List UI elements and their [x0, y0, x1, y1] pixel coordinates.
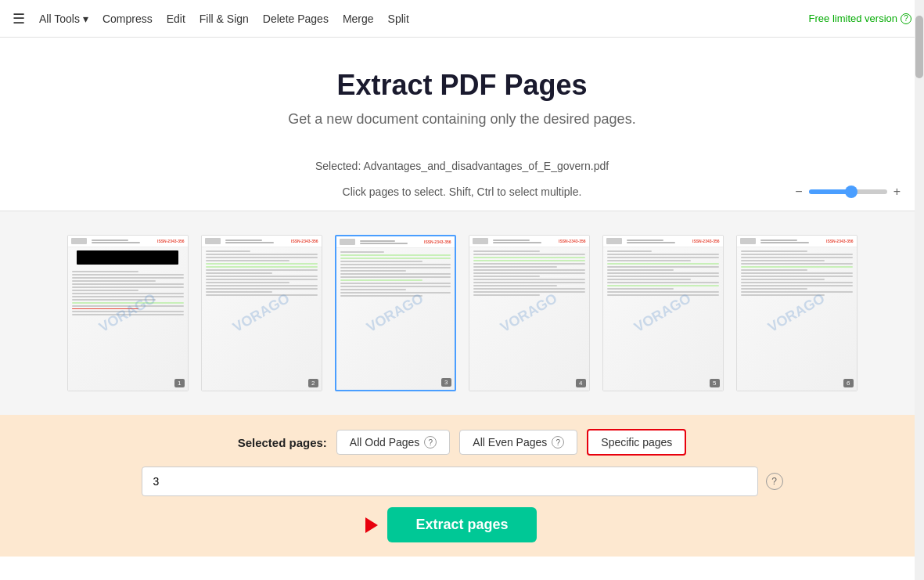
navbar: ☰ All Tools ▾ Compress Edit Fill & Sign …	[0, 0, 924, 38]
body-line	[206, 282, 289, 283]
sim-line	[760, 242, 810, 243]
page-content-2: ISSN-2343-356	[202, 236, 322, 391]
body-line	[206, 269, 318, 271]
body-line	[340, 276, 451, 278]
body-line	[206, 260, 289, 261]
body-line	[72, 286, 184, 288]
page-num-4: 4	[576, 379, 585, 387]
body-line	[206, 294, 318, 296]
page-body-5	[603, 247, 723, 391]
specific-pages-help-icon[interactable]: ?	[766, 473, 783, 490]
sim-line	[225, 240, 262, 241]
page-num-3: 3	[441, 378, 451, 387]
page-body-4	[469, 247, 589, 391]
nav-compress[interactable]: Compress	[102, 13, 153, 25]
sim-issn-6: ISSN-2343-356	[826, 239, 853, 243]
page-thumb-4[interactable]: ISSN-2343-356 VORAGO 4	[469, 235, 590, 391]
sim-logo-6	[740, 238, 756, 244]
all-odd-pages-help-icon[interactable]: ?	[424, 436, 437, 449]
body-line	[206, 257, 318, 258]
body-line	[72, 274, 184, 276]
body-line	[340, 292, 451, 294]
zoom-out-icon[interactable]: −	[795, 185, 802, 199]
page-num-5: 5	[710, 379, 719, 387]
body-line	[607, 294, 719, 296]
sim-line	[627, 242, 676, 243]
body-line	[206, 272, 273, 274]
nav-split[interactable]: Split	[388, 13, 409, 25]
body-line	[72, 277, 184, 279]
body-line	[72, 296, 184, 297]
page-thumb-5[interactable]: ISSN-2343-356 VORAGO 5	[602, 235, 724, 391]
body-line	[607, 257, 719, 258]
body-line	[473, 257, 585, 258]
body-line	[72, 280, 156, 282]
zoom-slider[interactable]	[809, 189, 887, 194]
body-line	[741, 279, 825, 280]
page-body-6	[737, 247, 857, 391]
body-line	[741, 263, 853, 265]
body-line	[340, 267, 451, 268]
page-thumb-1[interactable]: ISSN-2343-356 VORAGO 1	[67, 235, 189, 391]
page-header-2: ISSN-2343-356	[202, 236, 322, 247]
body-line	[473, 269, 585, 271]
all-even-pages-help-icon[interactable]: ?	[552, 436, 564, 449]
sim-logo-5	[606, 238, 622, 244]
all-tools-label: All Tools	[39, 13, 80, 25]
scrollbar-thumb[interactable]	[915, 16, 923, 78]
nav-merge[interactable]: Merge	[343, 13, 374, 25]
body-line	[340, 258, 451, 259]
nav-fill-sign[interactable]: Fill & Sign	[200, 13, 249, 25]
hamburger-icon[interactable]: ☰	[13, 10, 25, 27]
specific-input-row: ?	[142, 467, 783, 496]
all-odd-pages-button[interactable]: All Odd Pages ?	[336, 430, 451, 455]
body-line	[340, 295, 423, 297]
body-line	[72, 308, 139, 309]
body-line	[741, 266, 853, 268]
extract-pages-button[interactable]: Extract pages	[387, 507, 536, 542]
free-version-info-icon[interactable]: ?	[901, 13, 911, 24]
page-body-1	[68, 268, 188, 391]
sim-issn-1: ISSN-2343-356	[157, 239, 184, 243]
specific-pages-button[interactable]: Specific pages	[587, 429, 686, 456]
body-line	[72, 302, 184, 304]
body-line	[72, 271, 139, 272]
sim-title-6	[757, 240, 825, 243]
selected-pages-label: Selected pages:	[238, 436, 327, 449]
sim-issn-5: ISSN-2343-356	[692, 239, 719, 243]
page-content-1: ISSN-2343-356	[68, 236, 188, 391]
page-header-5: ISSN-2343-356	[603, 236, 723, 247]
scrollbar-track	[915, 0, 924, 557]
body-line	[473, 285, 557, 286]
all-even-pages-button[interactable]: All Even Pages ?	[459, 430, 577, 455]
body-line	[206, 254, 318, 255]
body-line	[206, 276, 318, 277]
body-line	[72, 283, 184, 285]
zoom-in-icon[interactable]: +	[893, 185, 901, 199]
body-line	[473, 291, 585, 293]
sim-title-4	[490, 240, 558, 243]
page-thumb-3[interactable]: ISSN-2343-356 VORAGO 3	[335, 235, 456, 391]
all-odd-pages-label: All Odd Pages	[350, 436, 420, 449]
sim-line	[225, 242, 275, 243]
body-line	[473, 260, 585, 261]
sim-issn-3: ISSN-2343-356	[424, 240, 451, 244]
sim-logo-3	[340, 239, 355, 245]
specific-pages-input[interactable]	[142, 467, 758, 496]
page-thumb-6[interactable]: ISSN-2343-356 VORAGO 6	[736, 235, 857, 391]
body-line	[607, 291, 719, 293]
body-line	[607, 250, 652, 252]
body-line	[741, 260, 825, 261]
body-line	[473, 282, 585, 283]
nav-delete-pages[interactable]: Delete Pages	[263, 13, 329, 25]
page-header-1: ISSN-2343-356	[68, 236, 188, 247]
all-tools-menu[interactable]: All Tools ▾	[39, 13, 88, 25]
body-line	[72, 293, 184, 294]
free-version-badge: Free limited version ?	[809, 13, 911, 24]
nav-edit[interactable]: Edit	[167, 13, 185, 25]
body-line	[340, 264, 451, 265]
body-line	[607, 266, 719, 268]
page-thumb-2[interactable]: ISSN-2343-356 VORAGO 2	[201, 235, 322, 391]
body-line	[340, 273, 451, 275]
page-content-3: ISSN-2343-356	[336, 236, 455, 390]
